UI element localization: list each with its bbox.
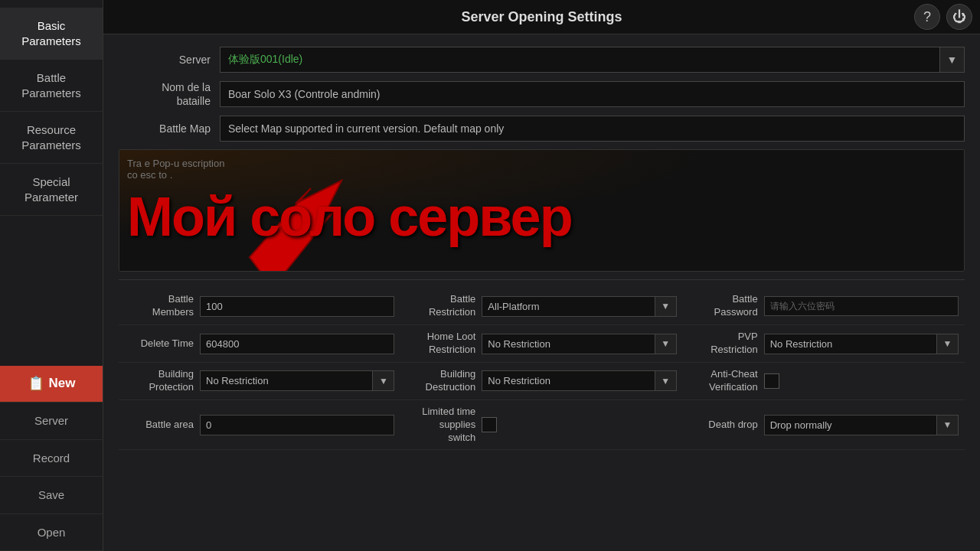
battle-name-input[interactable] bbox=[220, 81, 965, 107]
book-icon: 📋 bbox=[28, 375, 44, 393]
sidebar-item-label: Battle Parameters bbox=[21, 71, 81, 99]
battle-map-input[interactable] bbox=[220, 116, 965, 142]
delete-time-label: Delete Time bbox=[125, 337, 194, 350]
new-button[interactable]: 📋 New bbox=[0, 366, 103, 403]
pvp-restriction-cell: PVP Restriction ▼ bbox=[683, 325, 965, 363]
battle-name-row: Nom de la bataille bbox=[119, 80, 965, 108]
pvp-restriction-dropdown[interactable]: ▼ bbox=[937, 334, 959, 354]
open-button[interactable]: Open bbox=[0, 514, 103, 552]
sidebar-item-special-parameter[interactable]: Special Parameter bbox=[0, 164, 103, 216]
building-protection-cell: Building Protection ▼ bbox=[119, 363, 400, 400]
chevron-down-icon: ▼ bbox=[943, 338, 952, 349]
battle-area-label: Battle area bbox=[125, 419, 194, 432]
sidebar-item-label: Basic Parameters bbox=[21, 19, 81, 47]
anti-cheat-checkbox[interactable] bbox=[764, 373, 779, 389]
server-label: Server bbox=[119, 53, 211, 67]
sidebar-item-battle-parameters[interactable]: Battle Parameters bbox=[0, 60, 103, 112]
battle-password-cell: Battle Password bbox=[683, 288, 965, 325]
death-drop-input[interactable] bbox=[764, 415, 937, 435]
home-loot-select-wrap: ▼ bbox=[482, 334, 676, 354]
battle-name-label: Nom de la bataille bbox=[119, 80, 211, 108]
server-dropdown-btn[interactable]: ▼ bbox=[940, 47, 965, 73]
building-destruction-select-wrap: ▼ bbox=[482, 370, 676, 391]
death-drop-dropdown[interactable]: ▼ bbox=[937, 415, 959, 435]
params-grid: Battle Members Battle Restriction ▼ Batt… bbox=[119, 279, 965, 450]
battle-password-input[interactable] bbox=[764, 296, 959, 316]
battle-members-input[interactable] bbox=[200, 296, 394, 317]
content-area: Server ▼ Nom de la bataille Battle Map bbox=[103, 34, 980, 551]
chevron-down-icon: ▼ bbox=[379, 376, 388, 386]
power-button[interactable]: ⏻ bbox=[946, 4, 972, 30]
power-icon: ⏻ bbox=[952, 9, 966, 25]
delete-time-input[interactable] bbox=[200, 334, 394, 354]
battle-members-label: Battle Members bbox=[125, 293, 194, 319]
help-button[interactable]: ? bbox=[914, 4, 940, 30]
anti-cheat-label: Anti-Cheat Verification bbox=[689, 368, 758, 394]
page-title: Server Opening Settings bbox=[461, 9, 622, 25]
building-destruction-label: Building Destruction bbox=[407, 368, 475, 394]
server-button[interactable]: Server bbox=[0, 403, 103, 440]
pvp-restriction-input[interactable] bbox=[764, 334, 937, 354]
sidebar: Basic Parameters Battle Parameters Resou… bbox=[0, 0, 103, 551]
battle-area-cell: Battle area bbox=[119, 400, 400, 451]
building-protection-label: Building Protection bbox=[125, 368, 194, 394]
sidebar-item-label: Resource Parameters bbox=[21, 123, 81, 152]
overlay-label-1: Tra e Pop-u escription co esc to . bbox=[127, 158, 224, 181]
form-section: Server ▼ Nom de la bataille Battle Map bbox=[119, 47, 965, 142]
pvp-restriction-label: PVP Restriction bbox=[689, 331, 758, 357]
server-row: Server ▼ bbox=[119, 47, 965, 73]
overlay-big-text: Мой соло сервер bbox=[127, 185, 572, 248]
chevron-down-icon: ▼ bbox=[661, 376, 670, 386]
home-loot-dropdown[interactable]: ▼ bbox=[655, 334, 677, 354]
server-input-wrapper: ▼ bbox=[220, 47, 965, 73]
battle-members-cell: Battle Members bbox=[119, 288, 400, 325]
building-destruction-input[interactable] bbox=[482, 370, 655, 391]
sidebar-item-resource-parameters[interactable]: Resource Parameters bbox=[0, 112, 103, 164]
sidebar-item-basic-parameters[interactable]: Basic Parameters bbox=[0, 8, 103, 60]
server-input[interactable] bbox=[220, 47, 940, 73]
anti-cheat-cell: Anti-Cheat Verification bbox=[683, 363, 965, 400]
main-content: Server Opening Settings ? ⏻ Server ▼ bbox=[103, 0, 980, 551]
battle-restriction-cell: Battle Restriction ▼ bbox=[400, 288, 682, 325]
battle-map-row: Battle Map bbox=[119, 116, 965, 142]
home-loot-label: Home Loot Restriction bbox=[407, 331, 475, 357]
home-loot-input[interactable] bbox=[482, 334, 655, 354]
topbar: Server Opening Settings ? ⏻ bbox=[103, 0, 980, 34]
limited-time-label: Limited time supplies switch bbox=[407, 406, 475, 445]
chevron-down-icon: ▼ bbox=[943, 419, 952, 430]
sidebar-item-label: Special Parameter bbox=[24, 175, 78, 204]
death-drop-label: Death drop bbox=[689, 419, 758, 432]
battle-map-label: Battle Map bbox=[119, 122, 211, 135]
death-drop-select-wrap: ▼ bbox=[764, 415, 959, 435]
building-protection-input[interactable] bbox=[200, 370, 373, 391]
chevron-down-icon: ▼ bbox=[947, 54, 958, 66]
battle-restriction-select-wrap: ▼ bbox=[482, 296, 676, 317]
building-protection-select-wrap: ▼ bbox=[200, 370, 394, 391]
topbar-icons: ? ⏻ bbox=[914, 4, 972, 30]
overlay-area: Tra e Pop-u escription co esc to . Мой с… bbox=[119, 149, 965, 272]
battle-restriction-dropdown[interactable]: ▼ bbox=[655, 296, 677, 317]
building-destruction-cell: Building Destruction ▼ bbox=[400, 363, 682, 400]
building-protection-dropdown[interactable]: ▼ bbox=[373, 370, 394, 391]
save-button[interactable]: Save bbox=[0, 477, 103, 514]
battle-area-input[interactable] bbox=[200, 415, 394, 435]
help-icon: ? bbox=[923, 9, 931, 25]
record-button[interactable]: Record bbox=[0, 440, 103, 478]
death-drop-cell: Death drop ▼ bbox=[683, 400, 965, 451]
battle-password-label: Battle Password bbox=[689, 293, 758, 319]
limited-time-checkbox[interactable] bbox=[482, 417, 497, 432]
pvp-restriction-select-wrap: ▼ bbox=[764, 334, 959, 354]
delete-time-cell: Delete Time bbox=[119, 325, 400, 363]
chevron-down-icon: ▼ bbox=[661, 301, 670, 311]
home-loot-cell: Home Loot Restriction ▼ bbox=[400, 325, 682, 363]
battle-restriction-input[interactable] bbox=[482, 296, 655, 317]
battle-restriction-label: Battle Restriction bbox=[407, 293, 475, 319]
chevron-down-icon: ▼ bbox=[661, 338, 670, 349]
building-destruction-dropdown[interactable]: ▼ bbox=[655, 370, 677, 391]
limited-time-cell: Limited time supplies switch bbox=[400, 400, 682, 451]
